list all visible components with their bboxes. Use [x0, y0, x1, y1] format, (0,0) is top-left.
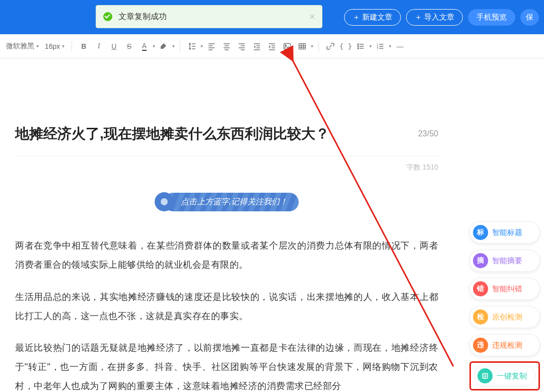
side-label: 智能摘要 [492, 256, 522, 266]
summary-badge-icon: 摘 [473, 253, 488, 268]
side-tools: 标 智能标题 摘 智能摘要 错 智能纠错 检 原创检测 违 违规检测 一键复制 [469, 221, 540, 390]
svg-text:3: 3 [377, 47, 378, 50]
smart-title-button[interactable]: 标 智能标题 [469, 221, 540, 244]
chevron-down-icon[interactable]: ▾ [153, 43, 155, 49]
line-height-button[interactable] [185, 39, 198, 53]
smart-summary-button[interactable]: 摘 智能摘要 [469, 250, 540, 272]
chevron-down-icon[interactable]: ▾ [200, 43, 203, 49]
svg-point-1 [285, 44, 286, 45]
mobile-preview-button[interactable]: 手机预览 [468, 9, 515, 26]
paragraph[interactable]: 两者在竞争中相互替代意味着，在某些消费群体的数量或者某个层次的消费力总体有限的情… [15, 237, 438, 275]
title-badge-icon: 标 [473, 225, 488, 240]
banner-text: 点击上方蓝字,记得关注我们！ [164, 193, 299, 211]
side-label: 一键复制 [497, 371, 527, 381]
ordered-list-button[interactable]: 123 [374, 39, 387, 53]
side-label: 违规检测 [492, 341, 522, 350]
toast-message: 文章复制成功 [118, 12, 167, 22]
svg-rect-0 [284, 43, 291, 49]
chevron-down-icon: ▾ [62, 43, 64, 49]
underline-button[interactable]: U [107, 39, 120, 53]
article-title[interactable]: 地摊经济火了,现在摆地摊卖什么东西利润比较大？ [15, 124, 408, 143]
strikethrough-button[interactable]: S [122, 39, 135, 53]
new-article-button[interactable]: ＋新建文章 [344, 9, 401, 26]
success-toast: 文章复制成功 × [96, 5, 322, 28]
side-label: 原创检测 [492, 312, 522, 322]
check-circle-icon [103, 12, 112, 21]
originality-badge-icon: 检 [473, 309, 488, 325]
unordered-list-button[interactable] [354, 39, 367, 53]
save-button[interactable]: 保 [520, 9, 539, 26]
horizontal-rule-button[interactable]: — [393, 39, 406, 53]
one-click-copy-highlight: 一键复制 [469, 361, 540, 390]
font-color-button[interactable]: A [138, 39, 151, 53]
side-label: 智能标题 [492, 228, 522, 238]
svg-point-3 [358, 44, 359, 45]
copy-badge-icon [478, 368, 493, 383]
italic-button[interactable]: I [92, 39, 105, 53]
top-bar: 文章复制成功 × ＋新建文章 ＋导入文章 手机预览 保 [0, 0, 544, 34]
chevron-down-icon[interactable]: ▾ [369, 43, 372, 49]
editor-toolbar: 微软雅黑▾ 16px▾ B I U S A ▾ ▾ ▾ ▾ { } ▾ 123 [0, 34, 544, 58]
chevron-down-icon[interactable]: ▾ [311, 43, 313, 49]
chevron-down-icon[interactable]: ▾ [172, 43, 175, 49]
font-size-select[interactable]: 16px▾ [43, 42, 66, 50]
indent-increase-button[interactable] [265, 39, 279, 53]
word-count: 字数 1510 [15, 163, 438, 172]
paragraph[interactable]: 生活用品总的来说，其实地摊经济赚钱的速度还是比较快的，说实话，出来摆地摊的人，收… [15, 288, 438, 326]
image-button[interactable] [281, 39, 294, 53]
paragraph[interactable]: 最近比较热门的话题无疑就是地摊经济了，以前摆地摊一直都是卡在法律的边缘，而现在，… [15, 339, 438, 392]
svg-point-4 [358, 46, 359, 47]
one-click-copy-button[interactable]: 一键复制 [474, 365, 535, 387]
svg-rect-2 [299, 43, 306, 49]
close-icon[interactable]: × [309, 12, 315, 22]
side-label: 智能纠错 [492, 284, 522, 294]
violation-badge-icon: 违 [473, 338, 488, 353]
correct-badge-icon: 错 [473, 281, 488, 296]
align-center-button[interactable] [220, 39, 233, 53]
align-left-button[interactable] [205, 39, 218, 53]
highlight-button[interactable] [157, 39, 170, 53]
link-button[interactable] [324, 39, 337, 53]
bold-button[interactable]: B [77, 39, 90, 53]
originality-check-button[interactable]: 检 原创检测 [469, 306, 540, 328]
follow-banner[interactable]: 点击上方蓝字,记得关注我们！ [155, 192, 299, 211]
editor-area[interactable]: 地摊经济火了,现在摆地摊卖什么东西利润比较大？ 23/50 字数 1510 点击… [0, 58, 453, 392]
code-button[interactable]: { } [339, 39, 352, 53]
smart-correct-button[interactable]: 错 智能纠错 [469, 278, 540, 300]
import-article-button[interactable]: ＋导入文章 [406, 9, 463, 26]
title-char-count: 23/50 [408, 129, 438, 138]
chevron-down-icon: ▾ [36, 43, 39, 49]
svg-point-5 [358, 48, 359, 49]
chevron-down-icon[interactable]: ▾ [389, 43, 391, 49]
indent-decrease-button[interactable] [250, 39, 263, 53]
align-right-button[interactable] [235, 39, 248, 53]
banner-dot-icon [155, 192, 174, 211]
table-button[interactable] [296, 39, 309, 53]
font-family-select[interactable]: 微软雅黑▾ [4, 42, 41, 51]
violation-check-button[interactable]: 违 违规检测 [469, 334, 540, 356]
